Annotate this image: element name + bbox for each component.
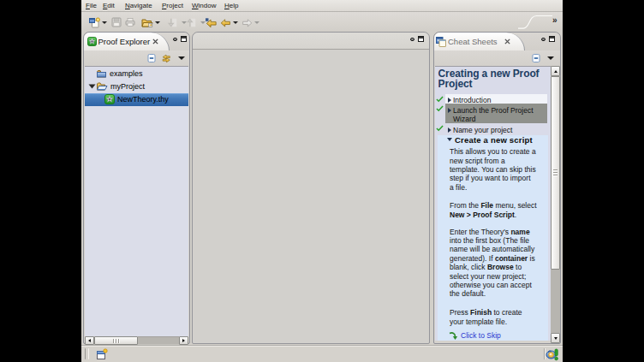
next-annotation-icon: [167, 17, 178, 28]
maximize-icon[interactable]: [418, 36, 424, 42]
view-menu-icon[interactable]: [178, 56, 185, 60]
maximize-icon[interactable]: [181, 36, 187, 42]
forward-button[interactable]: [242, 16, 259, 28]
statusbar-grip[interactable]: [85, 348, 89, 359]
save-button[interactable]: [111, 16, 122, 28]
expander-expanded-icon[interactable]: [445, 135, 453, 145]
main-toolbar: »: [81, 12, 563, 31]
menu-window[interactable]: Window: [192, 2, 216, 10]
forward-dropdown[interactable]: [254, 21, 259, 24]
cheat-sheet-title: Creating a new Proof Project: [438, 68, 546, 90]
collapse-all-icon[interactable]: [147, 53, 156, 63]
vertical-scrollbar[interactable]: [551, 66, 560, 343]
cheat-sheets-header: Cheat Sheets: [434, 33, 560, 50]
paragraph: Enter the Theory's name into the first b…: [450, 228, 544, 299]
close-icon[interactable]: [504, 39, 510, 45]
minimize-icon[interactable]: [173, 38, 178, 41]
cheat-sheet-content: Creating a new Proof Project Introductio…: [435, 66, 552, 341]
scrollbar-thumb[interactable]: [94, 336, 138, 345]
open-wizard-button[interactable]: [141, 16, 160, 28]
menu-bar: File Edit Navigate Project Window Help: [81, 0, 563, 12]
menu-navigate[interactable]: Navigate: [125, 2, 152, 10]
scrollbar-track[interactable]: [551, 270, 560, 333]
statusbar-separator: [544, 348, 545, 359]
cheat-item-introduction[interactable]: Introduction: [435, 94, 547, 104]
link-with-editor-icon[interactable]: [161, 53, 171, 63]
back-dropdown[interactable]: [233, 21, 238, 24]
collapse-all-icon[interactable]: [532, 53, 540, 63]
menu-help[interactable]: Help: [224, 2, 238, 10]
back-button[interactable]: [220, 16, 238, 28]
scroll-right-button[interactable]: [179, 336, 188, 345]
paragraph: Press Finish to create your template fil…: [450, 308, 544, 326]
check-icon: [436, 105, 444, 112]
cheat-item-name-project[interactable]: Name your project: [435, 123, 547, 134]
open-wizard-dropdown[interactable]: [155, 21, 160, 24]
scroll-down-button[interactable]: [551, 333, 560, 343]
last-edit-location-icon: [205, 17, 218, 28]
expander-expanded-icon[interactable]: [87, 82, 96, 91]
proof-general-icon: [87, 37, 97, 46]
paragraph: From the File menu, select New > Proof S…: [450, 201, 544, 219]
scrollbar-track[interactable]: [138, 336, 179, 345]
next-annotation-button[interactable]: [167, 16, 187, 28]
workspace: Proof Explorer: [81, 31, 563, 345]
print-icon: [125, 17, 135, 27]
previous-annotation-button[interactable]: [186, 16, 206, 28]
tree-label: NewTheory.thy: [117, 95, 169, 104]
new-wizard-icon: [89, 17, 100, 28]
expander-collapsed-icon[interactable]: [445, 96, 453, 104]
editor-area: [192, 32, 430, 344]
horizontal-scrollbar[interactable]: [85, 336, 188, 345]
cheat-item-launch-wizard[interactable]: Launch the Proof Project Wizard: [435, 104, 547, 123]
close-icon[interactable]: [152, 39, 158, 45]
check-icon: [436, 96, 444, 103]
maximize-icon[interactable]: [549, 36, 555, 42]
click-to-skip[interactable]: Click to Skip: [449, 331, 501, 341]
scrollbar-thumb[interactable]: [551, 76, 560, 270]
skip-link-label: Click to Skip: [461, 331, 501, 340]
expander-collapsed-icon[interactable]: [445, 106, 453, 123]
print-button[interactable]: [125, 16, 135, 28]
cheat-item-create-script[interactable]: Create a new script: [438, 135, 548, 145]
menu-file[interactable]: File: [86, 2, 97, 10]
minimize-icon[interactable]: [410, 38, 415, 41]
expander-collapsed-icon[interactable]: [445, 126, 453, 135]
tree-row-examples[interactable]: examples: [85, 67, 188, 80]
last-edit-location-button[interactable]: [205, 16, 218, 28]
fast-view-icon[interactable]: [96, 348, 108, 360]
menu-edit[interactable]: Edit: [103, 2, 115, 10]
cheat-item-body: This allows you to create a new script f…: [450, 147, 544, 335]
scroll-up-button[interactable]: [551, 66, 560, 76]
eclipse-window: File Edit Navigate Project Window Help: [81, 0, 563, 362]
minimize-icon[interactable]: [541, 38, 546, 41]
editor-minmax: [410, 36, 425, 42]
new-wizard-button[interactable]: [89, 16, 107, 28]
proof-explorer-view: Proof Explorer: [83, 32, 190, 344]
paragraph: This allows you to create a new script f…: [450, 147, 544, 192]
scroll-left-button[interactable]: [85, 336, 94, 345]
cheat-sheets-tab[interactable]: Cheat Sheets: [434, 33, 525, 50]
new-wizard-dropdown[interactable]: [102, 21, 107, 24]
proof-explorer-tab[interactable]: Proof Explorer: [84, 33, 170, 50]
proof-explorer-toolbar: [84, 50, 189, 66]
editor-tab-strip: [193, 33, 429, 50]
proof-explorer-minmax: [173, 36, 188, 42]
cheat-sheet-icon: [436, 36, 446, 47]
check-icon: [436, 125, 444, 132]
tree-row-myproject[interactable]: myProject: [85, 80, 188, 92]
forward-icon: [242, 17, 253, 28]
menu-project[interactable]: Project: [162, 2, 183, 10]
previous-annotation-icon: [186, 17, 197, 28]
tip-notification-icon[interactable]: [546, 348, 559, 361]
cheat-item-label: Introduction: [453, 96, 491, 104]
view-menu-icon[interactable]: [547, 56, 554, 60]
perspective-overflow-chevron[interactable]: »: [552, 15, 558, 25]
folder-closed-icon: [96, 68, 107, 79]
cheat-sheets-view: Cheat Sheets: [433, 32, 561, 344]
tree-row-newtheory[interactable]: NewTheory.thy: [85, 93, 188, 106]
proof-explorer-title: Proof Explorer: [98, 37, 151, 46]
cheat-item-label: Launch the Proof Project Wizard: [453, 106, 542, 123]
cheat-sheets-toolbar: [434, 50, 560, 66]
save-icon: [111, 17, 122, 27]
